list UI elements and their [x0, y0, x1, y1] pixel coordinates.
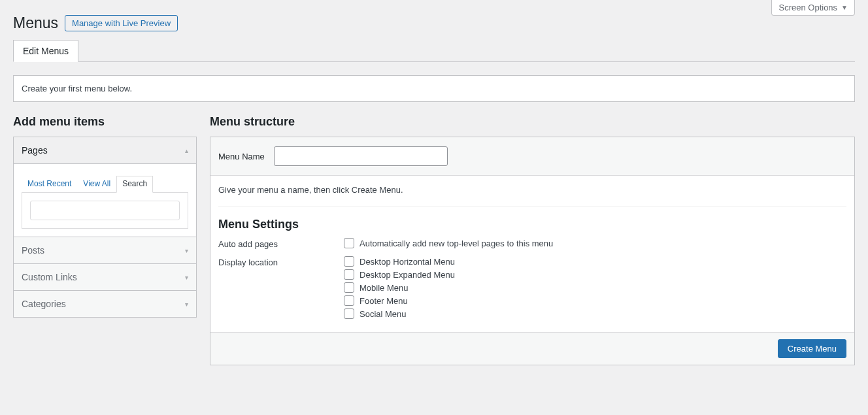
pages-inner-tabs: Most Recent View All Search	[22, 176, 188, 193]
location-option-desktop-horizontal[interactable]: Desktop Horizontal Menu	[344, 256, 846, 267]
pages-search-input[interactable]	[30, 201, 180, 220]
menu-name-row: Menu Name	[210, 137, 854, 176]
menu-edit-panel: Menu Name Give your menu a name, then cl…	[210, 137, 855, 365]
page-title: Menus	[13, 14, 58, 32]
inner-tab-search[interactable]: Search	[116, 176, 153, 193]
notice-banner: Create your first menu below.	[13, 75, 855, 102]
pages-search-wrap	[22, 193, 188, 229]
menu-name-input[interactable]	[274, 146, 448, 166]
accordion-custom-links-header[interactable]: Custom Links ▾	[14, 264, 196, 290]
chevron-down-icon: ▾	[185, 274, 188, 281]
accordion-posts-label: Posts	[22, 245, 44, 256]
location-text: Footer Menu	[359, 296, 408, 306]
menu-name-label: Menu Name	[218, 152, 265, 161]
inner-tab-view-all[interactable]: View All	[77, 176, 116, 193]
location-option-desktop-expanded[interactable]: Desktop Expanded Menu	[344, 269, 846, 280]
location-option-footer[interactable]: Footer Menu	[344, 295, 846, 306]
display-location-label: Display location	[218, 256, 344, 267]
location-text: Mobile Menu	[359, 283, 408, 293]
location-option-mobile[interactable]: Mobile Menu	[344, 282, 846, 293]
accordion-posts-header[interactable]: Posts ▾	[14, 237, 196, 263]
screen-options-label: Screen Options	[778, 3, 837, 12]
tab-edit-menus[interactable]: Edit Menus	[13, 40, 78, 62]
inner-tab-most-recent[interactable]: Most Recent	[22, 176, 77, 193]
auto-add-pages-checkbox[interactable]	[344, 238, 354, 248]
accordion-custom-links-label: Custom Links	[22, 272, 77, 282]
accordion-categories-header[interactable]: Categories ▾	[14, 291, 196, 317]
location-checkbox[interactable]	[344, 256, 354, 267]
location-checkbox[interactable]	[344, 282, 354, 293]
accordion-pages-label: Pages	[22, 145, 48, 156]
screen-options-toggle[interactable]: Screen Options ▼	[771, 0, 855, 16]
auto-add-pages-option[interactable]: Automatically add new top-level pages to…	[344, 238, 846, 248]
location-checkbox[interactable]	[344, 269, 354, 280]
auto-add-pages-label: Auto add pages	[218, 238, 344, 249]
location-option-social[interactable]: Social Menu	[344, 308, 846, 319]
add-menu-items-heading: Add menu items	[13, 115, 197, 129]
menu-settings-heading: Menu Settings	[218, 218, 846, 231]
menu-structure-heading: Menu structure	[210, 115, 855, 129]
menu-items-accordion: Pages ▴ Most Recent View All Search	[13, 137, 197, 318]
location-checkbox[interactable]	[344, 295, 354, 306]
chevron-down-icon: ▾	[185, 247, 188, 254]
manage-live-preview-button[interactable]: Manage with Live Preview	[65, 15, 178, 31]
auto-add-pages-text: Automatically add new top-level pages to…	[359, 239, 553, 248]
accordion-pages-header[interactable]: Pages ▴	[14, 137, 196, 163]
chevron-down-icon: ▾	[185, 301, 188, 308]
location-checkbox[interactable]	[344, 308, 354, 319]
location-text: Desktop Horizontal Menu	[359, 257, 455, 267]
create-menu-button[interactable]: Create Menu	[778, 339, 846, 358]
menu-instructions: Give your menu a name, then click Create…	[218, 185, 846, 207]
nav-tabs: Edit Menus	[13, 40, 855, 62]
accordion-pages-body: Most Recent View All Search	[14, 163, 196, 237]
page-header: Menus Manage with Live Preview	[13, 0, 855, 40]
location-text: Social Menu	[359, 309, 407, 319]
accordion-categories-label: Categories	[22, 299, 66, 309]
chevron-down-icon: ▼	[841, 4, 848, 11]
chevron-up-icon: ▴	[185, 147, 188, 154]
notice-text: Create your first menu below.	[22, 84, 132, 93]
location-text: Desktop Expanded Menu	[359, 270, 455, 280]
menu-footer: Create Menu	[210, 332, 854, 365]
